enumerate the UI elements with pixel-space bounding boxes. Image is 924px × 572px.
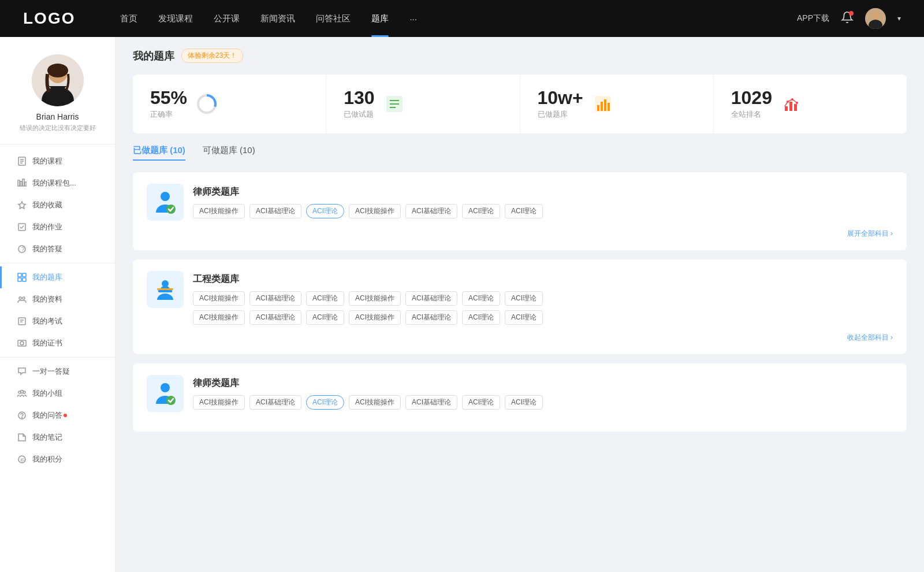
svg-text:?: ? <box>21 246 25 252</box>
tag-3-0[interactable]: ACI技能操作 <box>193 395 245 410</box>
qbank-card-1: 律师类题库 ACI技能操作 ACI基础理论 ACI理论 ACI技能操作 ACI基… <box>133 172 907 250</box>
stat-banks-done-label: 已做题库 <box>538 109 583 120</box>
sidebar-item-favorites[interactable]: 我的收藏 <box>0 194 115 216</box>
tag-2-1[interactable]: ACI基础理论 <box>249 291 301 306</box>
sidebar-item-notes[interactable]: 我的笔记 <box>0 426 115 448</box>
svg-point-59 <box>162 280 169 287</box>
tag-2-r2-1[interactable]: ACI基础理论 <box>249 310 301 325</box>
user-avatar[interactable] <box>865 8 886 29</box>
stats-row: 55% 正确率 130 已做试题 <box>133 75 907 133</box>
tag-2-r2-0[interactable]: ACI技能操作 <box>193 310 245 325</box>
tag-1-2[interactable]: ACI理论 <box>306 204 344 218</box>
svg-point-52 <box>787 101 789 103</box>
logo[interactable]: LOGO <box>23 9 75 28</box>
sidebar-label-materials: 我的资料 <box>32 294 62 304</box>
nav-news[interactable]: 新闻资讯 <box>250 0 305 37</box>
tag-3-1[interactable]: ACI基础理论 <box>249 395 301 410</box>
tab-done-banks[interactable]: 已做题库 (10) <box>133 145 185 161</box>
tag-1-1[interactable]: ACI基础理论 <box>249 204 301 218</box>
tag-2-r2-2[interactable]: ACI理论 <box>306 310 344 325</box>
sidebar-item-my-questions[interactable]: 我的问答 <box>0 404 115 426</box>
sidebar-label-my-course: 我的课程 <box>32 156 62 166</box>
tag-3-2[interactable]: ACI理论 <box>306 395 344 410</box>
svg-rect-20 <box>23 273 26 277</box>
sidebar-item-my-qa[interactable]: ? 我的答疑 <box>0 238 115 260</box>
engineer-icon <box>147 271 184 308</box>
sidebar-label-notes: 我的笔记 <box>32 432 62 443</box>
nav-more[interactable]: ··· <box>399 0 427 37</box>
main-content: 我的题库 体验剩余23天！ 55% 正确率 130 <box>116 37 924 572</box>
stat-accuracy-label: 正确率 <box>150 109 187 120</box>
sidebar-label-my-group: 我的小组 <box>32 388 62 399</box>
svg-point-34 <box>22 418 23 418</box>
sidebar-label-exam: 我的考试 <box>32 316 62 326</box>
stat-banks-done-value: 10w+ <box>538 88 583 107</box>
stat-questions-done-value: 130 <box>344 88 374 107</box>
sidebar-item-qbank[interactable]: 我的题库 <box>0 266 115 288</box>
sidebar-label-my-questions: 我的问答 <box>32 410 62 421</box>
sidebar-item-exam[interactable]: 我的考试 <box>0 310 115 332</box>
lawyer-icon-3 <box>147 375 184 412</box>
svg-marker-15 <box>18 202 25 209</box>
svg-rect-48 <box>608 103 610 111</box>
user-menu-chevron[interactable]: ▾ <box>897 14 901 23</box>
svg-point-29 <box>20 341 24 345</box>
nav-qa[interactable]: 问答社区 <box>305 0 361 37</box>
profile-avatar <box>32 54 84 106</box>
tag-2-4[interactable]: ACI基础理论 <box>405 291 457 306</box>
svg-rect-19 <box>18 273 21 277</box>
nav-qbank[interactable]: 题库 <box>361 0 399 37</box>
tag-1-4[interactable]: ACI基础理论 <box>405 204 457 218</box>
svg-rect-14 <box>25 182 27 186</box>
tag-2-r2-6[interactable]: ACI理论 <box>505 310 543 325</box>
tag-2-r2-3[interactable]: ACI技能操作 <box>349 310 401 325</box>
expand-card-1[interactable]: 展开全部科目 › <box>847 229 893 239</box>
page-layout: Brian Harris 错误的决定比没有决定要好 我的课程 我的课程包... … <box>0 37 924 572</box>
tag-2-5[interactable]: ACI理论 <box>462 291 500 306</box>
svg-point-39 <box>201 98 213 110</box>
sidebar-item-certificate[interactable]: 我的证书 <box>0 332 115 354</box>
sidebar-label-points: 我的积分 <box>32 454 62 465</box>
nav-home[interactable]: 首页 <box>110 0 148 37</box>
sidebar-item-one-to-one[interactable]: 一对一答疑 <box>0 361 115 382</box>
tab-available-banks[interactable]: 可做题库 (10) <box>203 145 255 161</box>
tag-3-6[interactable]: ACI理论 <box>505 395 543 410</box>
svg-rect-51 <box>794 104 797 111</box>
tag-3-3[interactable]: ACI技能操作 <box>349 395 401 410</box>
svg-rect-25 <box>18 318 25 325</box>
svg-rect-22 <box>23 278 26 281</box>
sidebar-item-my-course[interactable]: 我的课程 <box>0 150 115 172</box>
tag-2-0[interactable]: ACI技能操作 <box>193 291 245 306</box>
svg-point-55 <box>161 192 170 201</box>
sidebar-item-materials[interactable]: 我的资料 <box>0 288 115 310</box>
stat-questions-done: 130 已做试题 <box>326 75 520 133</box>
page-header: 我的题库 体验剩余23天！ <box>133 49 907 63</box>
nav-open-course[interactable]: 公开课 <box>203 0 250 37</box>
notification-bell[interactable] <box>841 11 854 26</box>
nav-menu: 首页 发现课程 公开课 新闻资讯 问答社区 题库 ··· <box>110 0 797 37</box>
tag-2-3[interactable]: ACI技能操作 <box>349 291 401 306</box>
collapse-card-2[interactable]: 收起全部科目 › <box>847 333 893 343</box>
tag-2-r2-5[interactable]: ACI理论 <box>462 310 500 325</box>
navbar-right: APP下载 ▾ <box>797 8 901 29</box>
bar-chart-icon <box>781 94 802 114</box>
tag-1-3[interactable]: ACI技能操作 <box>349 204 401 218</box>
tag-1-5[interactable]: ACI理论 <box>462 204 500 218</box>
tag-1-6[interactable]: ACI理论 <box>505 204 543 218</box>
nav-discover[interactable]: 发现课程 <box>148 0 203 37</box>
tag-2-r2-4[interactable]: ACI基础理论 <box>405 310 457 325</box>
question-notification-dot <box>64 414 67 417</box>
sidebar-item-points[interactable]: 积 我的积分 <box>0 448 115 470</box>
sidebar-item-course-package[interactable]: 我的课程包... <box>0 172 115 194</box>
stat-global-rank-label: 全站排名 <box>731 109 772 120</box>
tag-1-0[interactable]: ACI技能操作 <box>193 204 245 218</box>
app-download-button[interactable]: APP下载 <box>797 13 829 24</box>
sidebar-item-my-group[interactable]: 我的小组 <box>0 382 115 404</box>
tag-3-4[interactable]: ACI基础理论 <box>405 395 457 410</box>
tag-2-6[interactable]: ACI理论 <box>505 291 543 306</box>
sidebar-item-homework[interactable]: 我的作业 <box>0 216 115 238</box>
tag-2-2[interactable]: ACI理论 <box>306 291 344 306</box>
qbank-name-3: 律师类题库 <box>193 377 543 389</box>
tag-3-5[interactable]: ACI理论 <box>462 395 500 410</box>
sidebar-label-favorites: 我的收藏 <box>32 200 62 210</box>
